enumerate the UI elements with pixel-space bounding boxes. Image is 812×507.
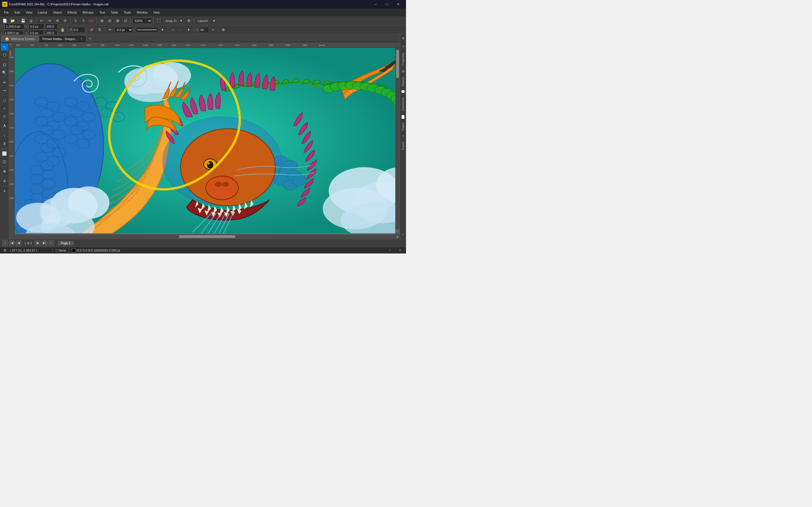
import-btn[interactable]: ⇩ <box>72 17 79 24</box>
angle-input[interactable] <box>72 27 85 33</box>
menu-window[interactable]: Window <box>134 10 151 15</box>
hscroll-thumb[interactable] <box>179 235 236 238</box>
crop-tool-btn[interactable]: ⊡ <box>1 61 8 68</box>
status-zoom-out[interactable]: − <box>386 247 394 254</box>
mirror-v-btn[interactable]: ⇅ <box>96 26 103 34</box>
menu-view[interactable]: View <box>23 10 35 15</box>
view3-btn[interactable]: ⊠ <box>114 17 121 24</box>
minimize-button[interactable]: ─ <box>370 0 381 8</box>
hint-close-button[interactable]: ✕ <box>400 34 406 42</box>
page-first-btn[interactable]: |◀ <box>9 240 15 246</box>
blend-btn[interactable]: ⬜ <box>1 150 8 157</box>
x-input[interactable] <box>29 23 44 30</box>
snap-dropdown[interactable]: ▾ <box>177 17 185 24</box>
view2-btn[interactable]: ⊟ <box>106 17 113 24</box>
launch-btn[interactable]: Launch <box>196 17 210 24</box>
hints-icon[interactable]: ? <box>401 45 406 50</box>
view1-btn[interactable]: ⊞ <box>98 17 105 24</box>
width-input[interactable] <box>4 23 24 30</box>
dash-dashed[interactable]: - - <box>177 26 185 34</box>
smartfill-btn[interactable]: ⊸ <box>1 87 8 94</box>
page-prev-btn[interactable]: ◀ <box>16 240 21 246</box>
close-button[interactable]: ✕ <box>393 0 404 8</box>
menu-table[interactable]: Table <box>108 10 121 15</box>
tab-dragon[interactable]: Firman Hatibu - Dragon... ✕ <box>39 35 86 42</box>
rp-add-btn[interactable]: + <box>401 232 406 237</box>
menu-help[interactable]: Help <box>151 10 163 15</box>
objects-icon[interactable]: ⊞ <box>401 69 406 74</box>
export-icon[interactable]: ⇧ <box>401 133 406 138</box>
hscrollbar[interactable] <box>15 234 400 239</box>
more-btn[interactable]: ⊕ <box>220 26 227 34</box>
pdf-btn[interactable]: PDF <box>88 17 95 24</box>
pages-icon[interactable]: 📄 <box>401 114 406 119</box>
vscroll-thumb[interactable] <box>396 50 399 78</box>
transparency-btn[interactable]: ◫ <box>1 158 8 165</box>
dimension-btn[interactable]: ⌇ <box>1 132 8 139</box>
menu-bitmaps[interactable]: Bitmaps <box>80 10 97 15</box>
polygon-tool-btn[interactable]: ◇ <box>1 112 8 120</box>
menu-layout[interactable]: Layout <box>35 10 50 15</box>
pages-tab[interactable]: Pages <box>400 120 406 133</box>
lt-sep9 <box>2 186 7 186</box>
snap-settings[interactable]: ⚙ <box>185 17 193 24</box>
export-tab[interactable]: Export <box>400 139 406 152</box>
x2-input[interactable] <box>45 23 58 30</box>
menu-tools[interactable]: Tools <box>121 10 134 15</box>
status-settings-btn[interactable]: ⚙ <box>2 248 7 253</box>
zoom-dropdown[interactable]: 626% 100% 200% 400% <box>132 18 152 24</box>
page-label[interactable]: Page 1 <box>57 241 74 245</box>
menu-edit[interactable]: Edit <box>12 10 23 15</box>
page-add-right-btn[interactable]: + <box>49 240 54 246</box>
scroll-hint-btn[interactable]: ? <box>395 229 400 234</box>
menu-text[interactable]: Text <box>96 10 108 15</box>
tab-add-button[interactable]: + <box>87 35 94 42</box>
add-effect-btn[interactable]: + <box>1 187 8 194</box>
objects-tab[interactable]: Objects <box>400 75 406 89</box>
dash-style[interactable]: ▾ <box>185 26 193 34</box>
page-next-btn[interactable]: ▶ <box>35 240 41 246</box>
menu-effects[interactable]: Effects <box>64 10 80 15</box>
select-tool-btn[interactable]: ↖ <box>1 43 8 51</box>
canvas-area[interactable]: px 650 700 750 800 850 900 950 1000 1050… <box>9 42 400 239</box>
canvas-content[interactable] <box>15 48 400 233</box>
zoom-tool-btn[interactable]: 🔍 <box>1 69 8 76</box>
zoom-fit-btn[interactable]: ⊞ <box>395 234 400 239</box>
text-tool-btn[interactable]: A <box>1 122 8 129</box>
redo2-btn[interactable]: ⟳ <box>61 17 69 24</box>
nodes-plus[interactable]: + <box>209 26 217 34</box>
connector-btn[interactable]: ⊻ <box>1 140 8 147</box>
comments-tab[interactable]: Comments <box>400 95 406 113</box>
stroke-dropdown[interactable]: 0.5 pt 1 pt 2 pt <box>114 27 133 33</box>
lock-btn[interactable]: 🔒 <box>59 26 66 34</box>
vscrollbar[interactable] <box>395 48 400 234</box>
vscroll-track[interactable] <box>396 48 399 234</box>
tab-dragon-close[interactable]: ✕ <box>80 37 83 40</box>
page-add-left-btn[interactable]: + <box>2 240 8 246</box>
eyedropper-btn[interactable]: ⊕ <box>1 168 8 175</box>
menu-file[interactable]: File <box>1 10 12 15</box>
menu-object[interactable]: Object <box>50 10 64 15</box>
export-btn[interactable]: ⇧ <box>80 17 87 24</box>
status-sep1 <box>52 248 53 252</box>
page-last-btn[interactable]: ▶| <box>42 240 47 246</box>
launch-arrow[interactable]: ▾ <box>210 17 218 24</box>
tab-welcome[interactable]: 🏠 Welcome Screen <box>1 35 38 42</box>
status-zoom-in[interactable]: + <box>396 247 404 254</box>
maximize-button[interactable]: □ <box>381 0 393 8</box>
hscroll-track[interactable] <box>15 234 400 239</box>
properties-tab[interactable]: Properties <box>400 50 406 68</box>
node-edit-btn[interactable]: ⬡ <box>1 51 8 59</box>
freehand-btn[interactable]: ✏ <box>1 79 8 86</box>
ellipse-tool-btn[interactable]: ○ <box>1 105 8 112</box>
nodes-input[interactable] <box>199 27 209 33</box>
comments-icon[interactable]: 💬 <box>401 89 406 94</box>
dragon-artwork[interactable] <box>15 48 400 233</box>
rect-tool-btn[interactable]: □ <box>1 97 8 104</box>
stroke-style-btn[interactable]: ▾ <box>159 26 166 34</box>
interactive-fill-btn[interactable]: ✛ <box>1 177 8 185</box>
fullscreen-btn[interactable]: ⛶ <box>155 17 162 24</box>
view4-btn[interactable]: ⊡ <box>122 17 129 24</box>
dash-solid[interactable]: ─ <box>169 26 177 34</box>
mirror-h-btn[interactable]: ⇄ <box>88 26 96 34</box>
